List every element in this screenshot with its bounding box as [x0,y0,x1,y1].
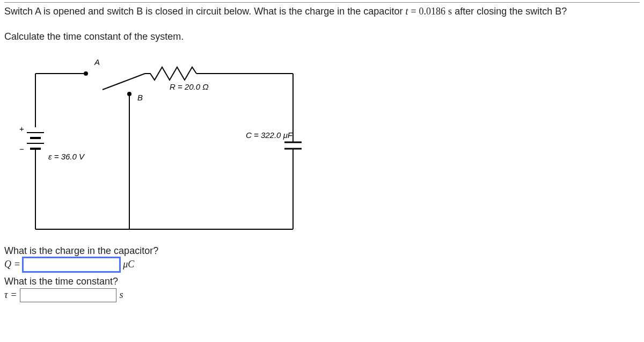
q-eq: = [14,259,20,270]
circuit-svg: A B R = 20.0 Ω C = 322.0 μF ε = 36.0 V +… [14,52,314,240]
label-minus: − [19,144,24,154]
t-value: 0.0186 [419,6,446,17]
eq-sign: = [411,6,416,17]
q-label: What is the charge in the capacitor? [4,245,158,257]
q-unit: μC [123,259,134,270]
tau-unit: s [120,289,123,301]
question-main: Switch A is opened and switch B is close… [4,2,640,19]
tau-symbol: τ [4,289,8,301]
label-A: A [94,57,100,67]
question-sub: Calculate the time constant of the syste… [4,31,640,42]
time-constant-input[interactable] [20,288,116,302]
q-symbol: Q [4,259,11,270]
label-B: B [137,93,143,102]
circuit-diagram: A B R = 20.0 Ω C = 322.0 μF ε = 36.0 V +… [14,52,640,240]
label-E: ε = 36.0 V [48,152,85,161]
charge-input[interactable] [23,258,120,272]
tau-eq: = [11,289,16,301]
label-C: C = 322.0 μF [246,130,293,140]
svg-point-6 [84,72,87,75]
var-t: t [405,6,408,17]
tau-label: What is the time constant? [4,276,118,287]
label-plus: + [19,124,24,133]
question-main-post: after closing the switch B? [452,6,567,17]
question-main-pre: Switch A is opened and switch B is close… [4,6,405,17]
label-R: R = 20.0 Ω [170,82,209,91]
